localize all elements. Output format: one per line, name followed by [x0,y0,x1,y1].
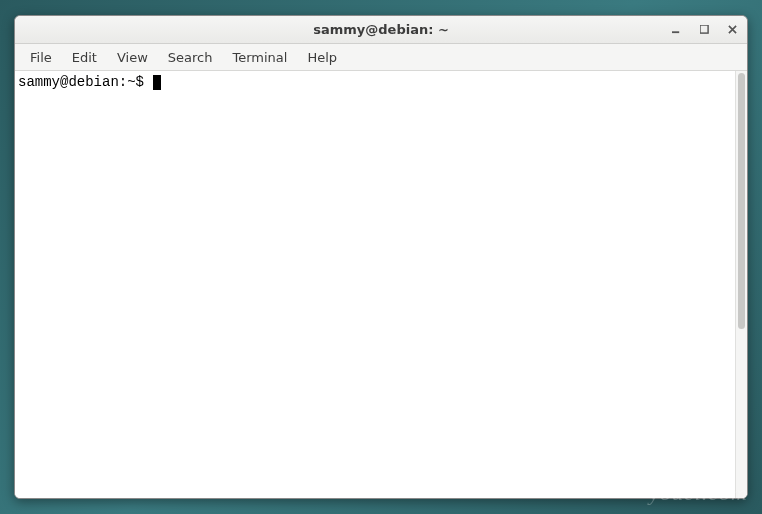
minimize-icon [672,25,681,34]
scrollbar-thumb[interactable] [738,73,745,329]
maximize-icon [700,25,709,34]
maximize-button[interactable] [697,23,711,37]
menu-terminal[interactable]: Terminal [223,46,296,69]
close-button[interactable] [725,23,739,37]
terminal-content[interactable]: sammy@debian:~$ [15,71,735,498]
menu-help[interactable]: Help [298,46,346,69]
menu-file[interactable]: File [21,46,61,69]
scrollbar[interactable] [735,71,747,498]
window-title: sammy@debian: ~ [313,22,449,37]
minimize-button[interactable] [669,23,683,37]
menubar: File Edit View Search Terminal Help [15,44,747,71]
menu-search[interactable]: Search [159,46,222,69]
terminal-window: sammy@debian: ~ File Edit View Search Te… [14,15,748,499]
cursor-icon [153,75,161,90]
svg-rect-0 [672,31,679,33]
svg-rect-1 [700,25,708,33]
menu-edit[interactable]: Edit [63,46,106,69]
menu-view[interactable]: View [108,46,157,69]
prompt: sammy@debian:~$ [18,74,152,90]
window-controls [669,16,739,43]
titlebar[interactable]: sammy@debian: ~ [15,16,747,44]
close-icon [728,25,737,34]
terminal-area[interactable]: sammy@debian:~$ [15,71,747,498]
